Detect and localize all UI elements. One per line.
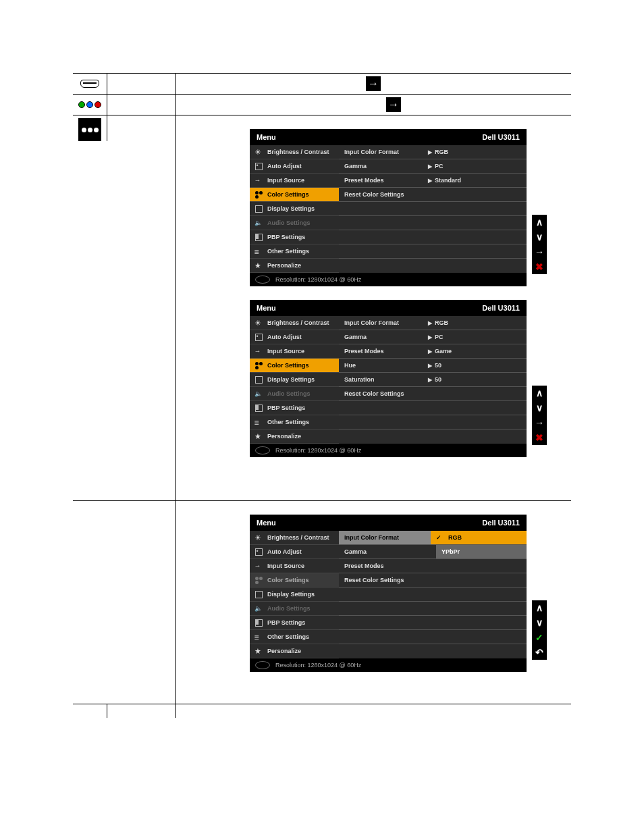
osd-row-saturation[interactable]: Saturation▶50 [339, 373, 527, 387]
side-item-color[interactable]: Color Settings [250, 188, 339, 202]
side-item-display[interactable]: Display Settings [250, 202, 339, 216]
nav-down-button[interactable] [532, 615, 547, 630]
osd-row-input-color-format[interactable]: Input Color Format▶RGB [339, 316, 527, 330]
osd-footer: Resolution: 1280x1024 @ 60Hz [250, 658, 527, 672]
side-item-brightness[interactable]: Brightness / Contrast [250, 531, 339, 545]
side-item-personalize[interactable]: Personalize [250, 259, 339, 273]
side-item-input[interactable]: Input Source [250, 559, 339, 573]
osd-row-gamma[interactable]: Gamma▶PC [339, 159, 527, 174]
nav-enter-button[interactable] [532, 244, 547, 259]
osd-side-menu: Brightness / Contrast Auto Adjust Input … [250, 145, 339, 273]
check-icon: ✓ [436, 534, 441, 541]
osd-submenu: Input Color Format▶RGB Gamma▶PC Preset M… [339, 145, 527, 273]
model-label: Dell U3011 [482, 304, 520, 312]
menu-title: Menu [257, 133, 276, 141]
menu-title: Menu [257, 304, 276, 312]
side-item-personalize[interactable]: Personalize [250, 429, 339, 444]
side-item-audio: Audio Settings [250, 602, 339, 616]
nav-back-button[interactable] [532, 645, 547, 660]
nav-up-button[interactable] [532, 215, 547, 230]
side-item-display[interactable]: Display Settings [250, 373, 339, 387]
side-item-brightness[interactable]: Brightness / Contrast [250, 145, 339, 159]
osd-row-reset[interactable]: Reset Color Settings [339, 387, 527, 401]
resolution-label: Resolution: 1280x1024 @ 60Hz [275, 662, 361, 669]
side-item-pbp[interactable]: PBP Settings [250, 230, 339, 244]
osd-panel-1: Menu Dell U3011 Brightness / Contrast Au… [250, 129, 571, 286]
dell-logo-icon [255, 661, 270, 669]
side-item-brightness[interactable]: Brightness / Contrast [250, 316, 339, 330]
hdmi-icon [73, 74, 107, 94]
nav-ok-button[interactable] [532, 630, 547, 645]
side-item-auto[interactable]: Auto Adjust [250, 159, 339, 174]
side-item-other[interactable]: Other Settings [250, 244, 339, 259]
osd-row-reset[interactable]: Reset Color Settings [339, 188, 527, 202]
nav-close-button[interactable] [532, 259, 547, 274]
osd-panel-3: Menu Dell U3011 Brightness / Contrast Au… [250, 515, 571, 672]
side-item-pbp[interactable]: PBP Settings [250, 616, 339, 630]
side-item-auto[interactable]: Auto Adjust [250, 330, 339, 344]
nav-up-button[interactable] [532, 600, 547, 615]
nav-enter-button[interactable] [532, 415, 547, 430]
nav-close-button[interactable] [532, 430, 547, 445]
nav-down-button[interactable] [532, 400, 547, 415]
nav-buttons [532, 215, 547, 274]
osd-side-menu: Brightness / Contrast Auto Adjust Input … [250, 316, 339, 444]
nav-down-button[interactable] [532, 230, 547, 244]
osd-panel-2: Menu Dell U3011 Brightness / Contrast Au… [250, 300, 571, 457]
side-item-personalize[interactable]: Personalize [250, 644, 339, 658]
component-icon [73, 95, 107, 115]
osd-row-reset[interactable]: Reset Color Settings [339, 573, 527, 588]
osd-row-preset-modes[interactable]: Preset Modes [339, 559, 527, 573]
side-item-auto[interactable]: Auto Adjust [250, 545, 339, 559]
osd-row-gamma[interactable]: Gamma▶PC [339, 330, 527, 344]
side-item-color[interactable]: Color Settings [250, 359, 339, 373]
side-item-display[interactable]: Display Settings [250, 588, 339, 602]
osd-row-input-color-format[interactable]: Input Color Format▶RGB [339, 145, 527, 159]
model-label: Dell U3011 [482, 519, 520, 527]
side-item-color[interactable]: Color Settings [250, 573, 339, 588]
osd-submenu: Input Color Format ✓RGB Gamma YPbPr Pres… [339, 531, 527, 658]
nav-up-button[interactable] [532, 386, 547, 400]
resolution-label: Resolution: 1280x1024 @ 60Hz [275, 447, 361, 454]
osd-submenu: Input Color Format▶RGB Gamma▶PC Preset M… [339, 316, 527, 444]
osd-side-menu: Brightness / Contrast Auto Adjust Input … [250, 531, 339, 658]
osd-row-preset-modes[interactable]: Preset Modes▶Standard [339, 174, 527, 188]
color-settings-icon [78, 118, 101, 141]
section-input-color-format: Menu Dell U3011 Brightness / Contrast Au… [73, 501, 571, 704]
osd-row-hue[interactable]: Hue▶50 [339, 359, 527, 373]
side-item-audio: Audio Settings [250, 216, 339, 230]
resolution-label: Resolution: 1280x1024 @ 60Hz [275, 276, 361, 283]
menu-title: Menu [257, 519, 276, 527]
osd-footer: Resolution: 1280x1024 @ 60Hz [250, 273, 527, 286]
side-item-other[interactable]: Other Settings [250, 415, 339, 429]
osd-row-input-color-format[interactable]: Input Color Format ✓RGB [339, 531, 527, 545]
model-label: Dell U3011 [482, 133, 520, 141]
row-hdmi: → [73, 74, 571, 95]
row-component: → [73, 95, 571, 115]
side-item-input[interactable]: Input Source [250, 174, 339, 188]
side-item-audio: Audio Settings [250, 387, 339, 401]
osd-row-preset-modes[interactable]: Preset Modes▶Game [339, 344, 527, 359]
arrow-right-icon[interactable]: → [386, 97, 401, 112]
dell-logo-icon [255, 446, 270, 454]
dell-logo-icon [255, 276, 270, 284]
nav-buttons [532, 386, 547, 445]
osd-footer: Resolution: 1280x1024 @ 60Hz [250, 444, 527, 457]
side-item-pbp[interactable]: PBP Settings [250, 401, 339, 415]
side-item-input[interactable]: Input Source [250, 344, 339, 359]
osd-row-gamma[interactable]: Gamma YPbPr [339, 545, 527, 559]
side-item-other[interactable]: Other Settings [250, 630, 339, 644]
section-color-settings: Menu Dell U3011 Brightness / Contrast Au… [73, 115, 571, 501]
arrow-right-icon[interactable]: → [366, 76, 381, 91]
nav-buttons [532, 600, 547, 660]
